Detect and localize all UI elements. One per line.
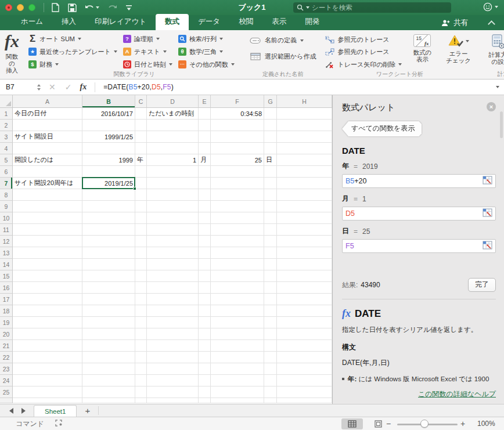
- cell-G13[interactable]: [264, 247, 277, 259]
- cell-A4[interactable]: [13, 143, 82, 154]
- cell-H11[interactable]: [277, 224, 332, 236]
- cell-D22[interactable]: [147, 352, 199, 363]
- formula-input[interactable]: =DATE(B5+20,D5,F5): [103, 83, 174, 91]
- done-button[interactable]: 完了: [468, 278, 496, 292]
- cell-F16[interactable]: [211, 282, 264, 294]
- row-header-4[interactable]: 4: [0, 143, 13, 154]
- cell-C24[interactable]: [135, 375, 147, 386]
- cell-B15[interactable]: [82, 270, 135, 282]
- search-box[interactable]: シートを検索: [293, 2, 451, 13]
- cell-A7[interactable]: サイト開設20周年は: [13, 178, 82, 189]
- cell-F3[interactable]: [211, 131, 264, 143]
- cell-A22[interactable]: [13, 352, 82, 363]
- cancel-entry-icon[interactable]: ✕: [49, 82, 56, 92]
- row-header-12[interactable]: 12: [0, 236, 13, 247]
- close-window-button[interactable]: [5, 4, 12, 11]
- error-check-button[interactable]: エラー チェック: [442, 32, 474, 71]
- column-header-D[interactable]: D: [147, 95, 199, 108]
- cell-E4[interactable]: [199, 143, 211, 154]
- cell-A24[interactable]: [13, 375, 82, 386]
- share-button[interactable]: 共有: [441, 15, 468, 30]
- show-formulas-button[interactable]: 15fx 数式の 表示: [406, 32, 438, 71]
- cell-A13[interactable]: [13, 247, 82, 259]
- cell-E6[interactable]: [199, 166, 211, 178]
- cell-H20[interactable]: [277, 328, 332, 340]
- minimize-window-button[interactable]: [17, 4, 24, 11]
- cell-G4[interactable]: [264, 143, 277, 154]
- ribbon-tab[interactable]: 数式: [156, 14, 189, 30]
- cell-B20[interactable]: [82, 328, 135, 340]
- cell-B16[interactable]: [82, 282, 135, 294]
- range-selector-icon[interactable]: [483, 176, 492, 186]
- cell-B9[interactable]: [82, 201, 135, 212]
- confirm-entry-icon[interactable]: ✓: [65, 82, 72, 92]
- cell-C9[interactable]: [135, 201, 147, 212]
- cell-E5[interactable]: 月: [199, 154, 211, 166]
- cell-G23[interactable]: [264, 363, 277, 375]
- zoom-out-button[interactable]: −: [386, 417, 391, 430]
- cell-G17[interactable]: [264, 294, 277, 305]
- fill-handle[interactable]: [133, 187, 136, 190]
- cell-G1[interactable]: [264, 108, 277, 120]
- cell-F13[interactable]: [211, 247, 264, 259]
- row-header-13[interactable]: 13: [0, 247, 13, 259]
- cell-C3[interactable]: [135, 131, 147, 143]
- cell-G6[interactable]: [264, 166, 277, 178]
- cell-G21[interactable]: [264, 340, 277, 352]
- argument-input[interactable]: B5+20: [342, 174, 496, 188]
- row-header-18[interactable]: 18: [0, 305, 13, 317]
- cell-E11[interactable]: [199, 224, 211, 236]
- fullscreen-window-button[interactable]: [28, 4, 35, 11]
- cell-E13[interactable]: [199, 247, 211, 259]
- cell-H7[interactable]: [277, 178, 332, 189]
- cell-F10[interactable]: [211, 212, 264, 224]
- add-sheet-button[interactable]: +: [77, 404, 98, 417]
- row-header-2[interactable]: 2: [0, 120, 13, 131]
- cell-D2[interactable]: [147, 120, 199, 131]
- cell-C16[interactable]: [135, 282, 147, 294]
- cell-G8[interactable]: [264, 189, 277, 201]
- normal-view-button[interactable]: [341, 418, 363, 429]
- row-header-8[interactable]: 8: [0, 189, 13, 201]
- cell-D11[interactable]: [147, 224, 199, 236]
- insert-function-icon[interactable]: fx: [80, 82, 87, 92]
- trace-precedents-button[interactable]: 参照元のトレース: [325, 34, 402, 46]
- feedback-smiley-button[interactable]: [483, 2, 498, 12]
- row-header-24[interactable]: 24: [0, 375, 13, 386]
- cell-F5[interactable]: 25: [211, 154, 264, 166]
- cell-D16[interactable]: [147, 282, 199, 294]
- cell-G2[interactable]: [264, 120, 277, 131]
- cell-C17[interactable]: [135, 294, 147, 305]
- cell-D13[interactable]: [147, 247, 199, 259]
- row-header-1[interactable]: 1: [0, 108, 13, 120]
- autosum-button[interactable]: Σオート SUM: [28, 32, 117, 45]
- cell-H4[interactable]: [277, 143, 332, 154]
- cell-B13[interactable]: [82, 247, 135, 259]
- cell-G18[interactable]: [264, 305, 277, 317]
- argument-input[interactable]: F5: [342, 239, 496, 253]
- cell-A3[interactable]: サイト開設日: [13, 131, 82, 143]
- cell-B17[interactable]: [82, 294, 135, 305]
- cell-D9[interactable]: [147, 201, 199, 212]
- cell-F20[interactable]: [211, 328, 264, 340]
- lookup-reference-button[interactable]: 検索/行列: [178, 32, 235, 45]
- cell-F4[interactable]: [211, 143, 264, 154]
- column-header-C[interactable]: C: [135, 95, 147, 108]
- zoom-in-button[interactable]: +: [460, 417, 465, 430]
- row-header-6[interactable]: 6: [0, 166, 13, 178]
- expand-formula-bar-icon[interactable]: [496, 86, 499, 88]
- cell-H5[interactable]: [277, 154, 332, 166]
- cell-F23[interactable]: [211, 363, 264, 375]
- row-header-23[interactable]: 23: [0, 363, 13, 375]
- cell-H2[interactable]: [277, 120, 332, 131]
- cell-B7[interactable]: 2019/1/25: [82, 178, 135, 189]
- row-header-15[interactable]: 15: [0, 270, 13, 282]
- cell-B1[interactable]: 2016/10/17: [82, 108, 135, 120]
- toolbar-options-icon[interactable]: [125, 4, 132, 11]
- cell-C5[interactable]: 年: [135, 154, 147, 166]
- cell-G7[interactable]: [264, 178, 277, 189]
- cell-E3[interactable]: [199, 131, 211, 143]
- cell-H3[interactable]: [277, 131, 332, 143]
- cell-A11[interactable]: [13, 224, 82, 236]
- cell-H21[interactable]: [277, 340, 332, 352]
